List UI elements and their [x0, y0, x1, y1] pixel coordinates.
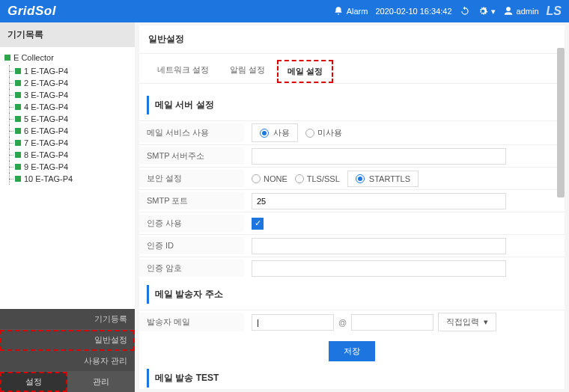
label-sender-mail: 발송자 메일 — [139, 313, 244, 331]
chevron-down-icon: ▾ — [484, 317, 488, 327]
status-icon — [15, 140, 21, 146]
at-icon: @ — [338, 318, 347, 327]
label-security: 보안 설정 — [139, 170, 244, 187]
radio-use-no[interactable]: 미사용 — [305, 127, 342, 138]
scrollbar[interactable] — [557, 48, 565, 388]
tree-item[interactable]: 4 E-TAG-P4 — [4, 101, 130, 113]
input-sender-domain[interactable] — [351, 314, 433, 331]
tree-item[interactable]: 1 E-TAG-P4 — [4, 65, 130, 77]
gear-icon — [478, 6, 488, 16]
ls-logo: LS — [547, 4, 562, 18]
label-auth-pw: 인증 암호 — [139, 260, 244, 277]
tree-item[interactable]: 8 E-TAG-P4 — [4, 149, 130, 161]
settings-button[interactable]: ▾ — [478, 6, 496, 16]
section-mail-test: 메일 발송 TEST — [147, 369, 557, 388]
content-area: 일반설정 네트워크 설정 알림 설정 메일 설정 메일 서버 설정 메일 서비스… — [135, 22, 569, 392]
panel-title: 일반설정 — [139, 25, 565, 54]
refresh-icon — [460, 6, 470, 16]
side-menu: 기기등록 일반설정 사용자 관리 설정 관리 — [0, 309, 135, 392]
status-icon — [15, 128, 21, 134]
bell-icon — [333, 6, 344, 16]
input-auth-id[interactable] — [252, 238, 506, 254]
tree-item[interactable]: 10 E-TAG-P4 — [4, 173, 130, 185]
save-button[interactable]: 저장 — [329, 341, 375, 361]
input-auth-pw[interactable] — [252, 260, 506, 277]
radio-use-yes[interactable]: 사용 — [252, 123, 298, 142]
brand-logo: GridSol — [7, 4, 56, 19]
device-tree: E Collector 1 E-TAG-P4 2 E-TAG-P4 3 E-TA… — [0, 47, 135, 309]
tab-network[interactable]: 네트워크 설정 — [148, 60, 218, 83]
tab-bar: 네트워크 설정 알림 설정 메일 설정 — [139, 54, 565, 84]
tree-item[interactable]: 6 E-TAG-P4 — [4, 125, 130, 137]
status-icon — [15, 68, 21, 74]
status-icon — [15, 80, 21, 86]
select-domain[interactable]: 직접입력▾ — [438, 313, 496, 331]
scrollbar-thumb[interactable] — [557, 48, 565, 197]
status-icon — [4, 55, 10, 61]
label-auth-use: 인증 사용 — [139, 215, 244, 232]
user-menu[interactable]: admin — [503, 6, 539, 16]
alarm-indicator[interactable]: Alarm — [333, 6, 368, 16]
tree-item[interactable]: 2 E-TAG-P4 — [4, 77, 130, 89]
input-smtp-port[interactable] — [252, 193, 506, 209]
status-icon — [15, 92, 21, 98]
status-icon — [15, 104, 21, 110]
radio-sec-none[interactable]: NONE — [252, 174, 287, 183]
sidebar: 기기목록 E Collector 1 E-TAG-P4 2 E-TAG-P4 3… — [0, 22, 135, 392]
menu-device-reg[interactable]: 기기등록 — [0, 309, 135, 330]
input-smtp-addr[interactable] — [252, 148, 506, 165]
sidebar-title: 기기목록 — [0, 22, 135, 47]
section-sender: 메일 발송자 주소 — [147, 285, 557, 304]
tree-item[interactable]: 5 E-TAG-P4 — [4, 113, 130, 125]
label-auth-id: 인증 ID — [139, 237, 244, 254]
tree-item[interactable]: 3 E-TAG-P4 — [4, 89, 130, 101]
status-icon — [15, 152, 21, 158]
tab-mail[interactable]: 메일 설정 — [277, 60, 333, 83]
menu-user-mgmt[interactable]: 사용자 관리 — [0, 351, 135, 372]
refresh-button[interactable] — [460, 6, 470, 16]
section-mail-server: 메일 서버 설정 — [147, 96, 557, 114]
bottom-tab-settings[interactable]: 설정 — [0, 372, 67, 392]
tab-alarm[interactable]: 알림 설정 — [221, 60, 274, 83]
radio-sec-starttls[interactable]: STARTTLS — [347, 171, 419, 187]
status-icon — [15, 176, 21, 182]
status-icon — [15, 116, 21, 122]
status-icon — [15, 164, 21, 170]
menu-general-settings[interactable]: 일반설정 — [0, 330, 135, 351]
tree-item[interactable]: 7 E-TAG-P4 — [4, 137, 130, 149]
datetime: 2020-02-10 16:34:42 — [375, 7, 451, 16]
input-sender-local[interactable] — [252, 314, 334, 331]
label-mail-service: 메일 서비스 사용 — [139, 123, 244, 142]
tree-item[interactable]: 9 E-TAG-P4 — [4, 161, 130, 173]
user-icon — [503, 6, 514, 16]
tree-root[interactable]: E Collector — [4, 53, 130, 62]
label-smtp-addr: SMTP 서버주소 — [139, 147, 244, 165]
radio-sec-tls[interactable]: TLS/SSL — [295, 174, 340, 183]
checkbox-auth-use[interactable]: ✓ — [252, 218, 264, 230]
top-bar: GridSol Alarm 2020-02-10 16:34:42 ▾ admi… — [0, 0, 569, 22]
label-smtp-port: SMTP 포트 — [139, 192, 244, 209]
bottom-tab-manage[interactable]: 관리 — [67, 372, 135, 392]
